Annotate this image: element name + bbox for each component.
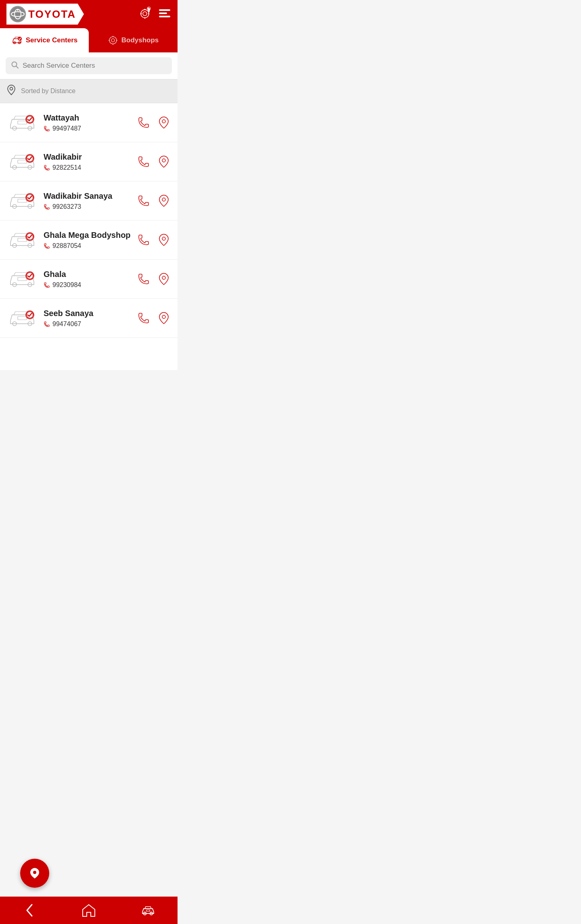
service-list: Wattayah 99497487 (0, 103, 178, 370)
svg-rect-21 (113, 36, 113, 37)
list-item: Wadikabir 92822514 (0, 142, 178, 181)
service-center-icon (6, 306, 39, 330)
list-item: Seeb Sanaya 99474067 (0, 299, 178, 338)
service-center-icon (6, 110, 39, 135)
sort-bar: Sorted by Distance (0, 79, 178, 103)
toyota-emblem-icon (9, 5, 27, 23)
navigate-button[interactable] (157, 115, 171, 130)
service-center-actions (136, 311, 171, 325)
service-center-name: Wadikabir (44, 152, 132, 162)
service-center-info: Wattayah 99497487 (39, 113, 136, 132)
service-center-name: Seeb Sanaya (44, 309, 132, 318)
service-center-actions (136, 115, 171, 130)
phone-icon (44, 204, 50, 210)
svg-point-45 (162, 198, 165, 201)
home-button[interactable] (73, 897, 105, 924)
service-center-icon (6, 267, 39, 291)
svg-rect-22 (113, 44, 113, 45)
call-button[interactable] (136, 233, 151, 247)
service-center-actions (136, 272, 171, 286)
list-item: Wadikabir Sanaya 99263273 (0, 181, 178, 221)
search-box (6, 57, 172, 74)
svg-point-18 (18, 37, 22, 41)
service-center-phone: 99230984 (44, 281, 132, 289)
location-pin-icon (6, 84, 16, 98)
location-fab-icon (28, 867, 41, 880)
tab-bodyshops[interactable]: Bodyshops (89, 28, 178, 52)
search-icon (11, 61, 19, 70)
service-center-actions (136, 233, 171, 247)
navigate-button[interactable] (157, 233, 171, 247)
service-center-info: Ghala Mega Bodyshop 92887054 (39, 231, 136, 250)
service-center-name: Ghala Mega Bodyshop (44, 231, 132, 240)
bodyshops-tab-icon (108, 35, 118, 46)
svg-rect-67 (146, 910, 150, 912)
svg-point-51 (162, 237, 165, 240)
svg-point-33 (162, 120, 165, 123)
service-center-icon (6, 150, 39, 174)
service-center-info: Seeb Sanaya 99474067 (39, 309, 136, 328)
svg-rect-14 (159, 12, 167, 14)
navigate-button[interactable] (157, 154, 171, 169)
service-centers-tab-icon (11, 35, 23, 45)
svg-rect-23 (109, 40, 110, 41)
svg-point-57 (33, 871, 36, 874)
service-center-phone: 92822514 (44, 164, 132, 171)
navigate-button[interactable] (157, 194, 171, 208)
notification-gear-icon[interactable] (137, 6, 153, 23)
svg-rect-30 (18, 121, 27, 124)
tab-bodyshops-label: Bodyshops (121, 36, 159, 44)
call-button[interactable] (136, 272, 151, 286)
service-center-name: Ghala (44, 270, 132, 279)
phone-icon (44, 243, 50, 249)
toyota-logo: TOYOTA (6, 4, 84, 25)
svg-rect-36 (18, 160, 27, 163)
brand-name: TOYOTA (28, 8, 76, 21)
service-center-actions (136, 154, 171, 169)
navigate-button[interactable] (157, 272, 171, 286)
call-button[interactable] (136, 115, 151, 130)
list-item: Ghala Mega Bodyshop 92887054 (0, 221, 178, 260)
tab-service-centers[interactable]: Service Centers (0, 28, 89, 52)
call-button[interactable] (136, 194, 151, 208)
phone-icon (44, 282, 50, 288)
sort-label: Sorted by Distance (21, 87, 75, 95)
search-container (0, 52, 178, 79)
svg-rect-9 (140, 13, 142, 15)
svg-point-27 (10, 87, 13, 90)
svg-point-39 (162, 159, 165, 162)
my-car-button[interactable] (132, 897, 164, 924)
svg-rect-54 (18, 277, 27, 281)
back-button[interactable] (13, 897, 46, 924)
service-center-name: Wadikabir Sanaya (44, 191, 132, 201)
app-header: TOYOTA (0, 0, 178, 28)
call-button[interactable] (136, 311, 151, 325)
service-center-phone: 99263273 (44, 203, 132, 210)
header-actions (137, 6, 171, 23)
svg-rect-15 (159, 16, 170, 17)
svg-point-20 (111, 39, 115, 42)
svg-rect-61 (18, 316, 27, 320)
list-item: Wattayah 99497487 (0, 103, 178, 142)
service-center-actions (136, 194, 171, 208)
tab-bar: Service Centers Bodyshops (0, 28, 178, 52)
svg-point-6 (143, 12, 147, 16)
svg-point-64 (162, 315, 165, 318)
service-center-phone: 92887054 (44, 242, 132, 250)
svg-rect-24 (116, 40, 117, 41)
service-center-phone: 99497487 (44, 125, 132, 132)
hamburger-icon[interactable] (158, 7, 171, 21)
service-center-info: Wadikabir 92822514 (39, 152, 136, 171)
svg-rect-7 (144, 9, 146, 10)
svg-point-5 (141, 10, 149, 18)
current-location-fab[interactable] (20, 859, 49, 888)
search-input[interactable] (23, 62, 166, 70)
svg-rect-10 (148, 13, 149, 15)
service-center-icon (6, 189, 39, 213)
call-button[interactable] (136, 154, 151, 169)
navigate-button[interactable] (157, 311, 171, 325)
svg-point-58 (162, 276, 165, 279)
phone-icon (44, 125, 50, 132)
service-center-info: Wadikabir Sanaya 99263273 (39, 191, 136, 210)
tab-service-centers-label: Service Centers (26, 36, 78, 44)
